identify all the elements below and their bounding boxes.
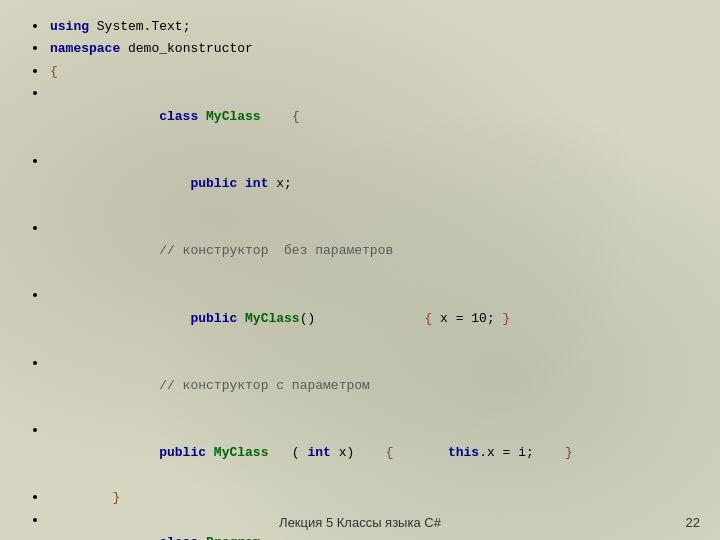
code-line: } [50,490,120,505]
code-line: namespace demo_konstructor [50,41,253,56]
code-line: public int x; [50,176,292,213]
content-area: using System.Text; namespace demo_konstr… [20,10,700,540]
list-item: class MyClass { [48,82,700,149]
list-item: using System.Text; [48,15,700,37]
list-item: // конструктор без параметров [48,217,700,284]
list-item: namespace demo_konstructor [48,37,700,59]
code-line: using System.Text; [50,19,190,34]
code-list: using System.Text; namespace demo_konstr… [20,15,700,540]
code-line: // конструктор с параметром [50,378,370,415]
code-line: class Program [50,535,261,540]
list-item: // конструктор с параметром [48,352,700,419]
list-item: { [48,60,700,82]
list-item: } [48,486,700,508]
code-line: // конструктор без параметров [50,243,393,280]
page-number: 22 [686,515,700,530]
code-line: public MyClass() { x = 10; } [50,311,510,348]
footer-label: Лекция 5 Классы языка C# [279,515,441,530]
list-item: public int x; [48,150,700,217]
slide: using System.Text; namespace demo_konstr… [0,0,720,540]
footer: Лекция 5 Классы языка C# [0,515,720,530]
code-line: public MyClass ( int x) { this.x = i; } [50,445,573,482]
list-item: public MyClass ( int x) { this.x = i; } [48,419,700,486]
list-item: public MyClass() { x = 10; } [48,284,700,351]
code-line: class MyClass { [50,109,300,146]
code-line: { [50,64,58,79]
